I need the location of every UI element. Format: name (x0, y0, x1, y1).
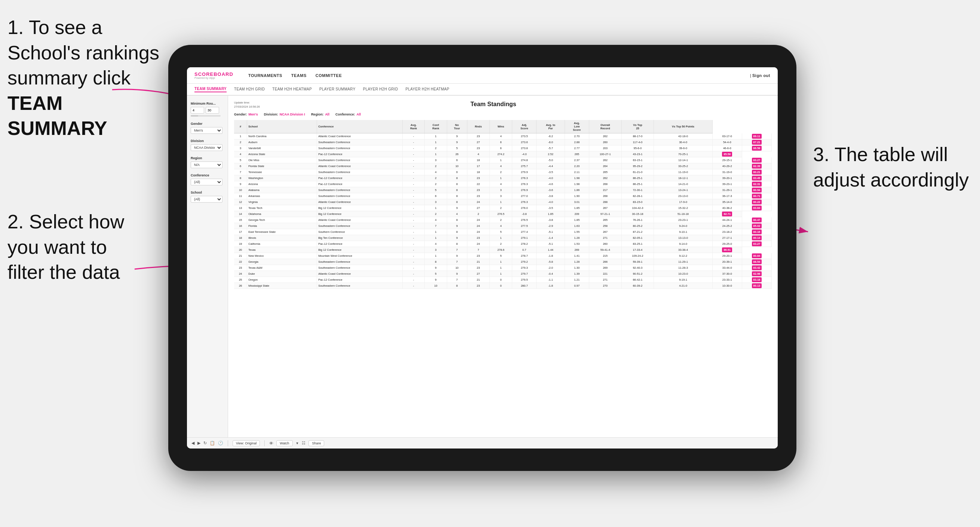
sign-out-button[interactable]: Sign out (752, 73, 770, 78)
view-original-button[interactable]: View: Original (232, 440, 260, 446)
table-cell: -3.8 (536, 193, 565, 199)
table-cell: 262 (589, 175, 621, 181)
table-cell: 51-18-18 (654, 211, 713, 217)
table-cell: 9 (447, 235, 467, 241)
table-cell: -3.5 (536, 205, 565, 211)
table-cell: 92-40-3 (621, 265, 654, 271)
table-cell: 1 (490, 271, 512, 277)
table-cell: 9 (447, 205, 467, 211)
filter-select-school[interactable]: (All) (191, 196, 223, 203)
region-chip: Region: All (311, 113, 329, 116)
toolbar-refresh[interactable]: ↻ (204, 441, 207, 446)
col-avg-to-par: Avg. toPar (536, 120, 565, 133)
table-cell: 6 (490, 145, 512, 151)
table-cell: 2 (467, 211, 490, 217)
table-cell: 18 (467, 169, 490, 175)
table-cell: 23 (467, 193, 490, 199)
subnav-player-h2h-heatmap[interactable]: PLAYER H2H HEATMAP (405, 87, 449, 92)
table-cell: 20 (234, 247, 247, 253)
toolbar-forward[interactable]: ▶ (197, 441, 200, 446)
bottom-toolbar: ◀ ▶ ↻ 📋 🕐 View: Original 👁 Watch ▼ ☷ Sha… (187, 437, 778, 449)
filter-box-min[interactable] (191, 107, 204, 114)
table-cell: 1.28 (565, 259, 589, 265)
table-cell: 8 (447, 217, 467, 223)
toolbar-dropdown[interactable]: ▼ (296, 441, 299, 445)
table-cell: 288 (589, 199, 621, 205)
table-cell: Alabama (247, 187, 317, 193)
table-cell: 4 (447, 211, 467, 217)
toolbar-back[interactable]: ◀ (191, 441, 194, 446)
table-cell: 1.55 (565, 229, 589, 235)
table-cell: 4 (425, 241, 447, 247)
table-cell: 278.7 (512, 253, 536, 259)
table-cell: 87.21 (742, 140, 772, 145)
table-cell: 1 (490, 265, 512, 271)
table-cell: 89.11 (742, 133, 772, 140)
table-cell: 95-6-0 (621, 145, 654, 151)
nav-bar: SCOREBOARD Powered by clippi TOURNAMENTS… (187, 67, 778, 84)
table-cell: 9-10-1 (654, 229, 713, 235)
table-cell: Oklahoma (247, 211, 317, 217)
table-cell: 215 (589, 253, 621, 259)
table-cell: - (402, 145, 425, 151)
subnav-team-summary[interactable]: TEAM SUMMARY (194, 87, 227, 92)
table-cell: Pac-12 Conference (317, 241, 403, 247)
table-cell: 269 (565, 247, 589, 253)
table-cell: Vanderbilt (247, 145, 317, 151)
instruction-2: 2. Select howyou want tofilter the data (8, 209, 124, 285)
watch-button[interactable]: Watch (276, 440, 293, 446)
table-cell: 3 (234, 145, 247, 151)
table-cell: 2 (234, 140, 247, 145)
table-cell: 260 (589, 140, 621, 145)
toolbar-grid[interactable]: ☷ (302, 441, 305, 446)
table-cell: 72-30-1 (621, 187, 654, 193)
filter-select-region[interactable]: N/A (191, 162, 223, 168)
table-cell: 12 (234, 199, 247, 205)
subnav-team-h2h-heatmap[interactable]: TEAM H2H HEATMAP (272, 87, 312, 92)
table-cell: 217 (589, 187, 621, 193)
table-cell: -0.4 (536, 271, 565, 277)
nav-tournaments[interactable]: TOURNAMENTS (248, 73, 282, 78)
table-cell: 5 (490, 229, 512, 235)
col-avg-rank: Avg.Rank (402, 120, 425, 133)
slider-track[interactable] (191, 115, 221, 117)
table-row: 16FloridaSoutheastern Conference-7924427… (234, 223, 772, 229)
table-cell: 4 (490, 181, 512, 187)
table-cell: 3 (425, 199, 447, 205)
table-cell: 6 (234, 163, 247, 169)
table-cell: 271 (589, 277, 621, 283)
col-conference: Conference (317, 120, 403, 133)
share-button[interactable]: Share (309, 440, 324, 446)
subnav-player-h2h-grid[interactable]: PLAYER H2H GRID (363, 87, 398, 92)
table-cell: 82-28-1 (621, 193, 654, 199)
table-cell: -4.0 (536, 199, 565, 205)
table-cell: 270 (589, 283, 621, 289)
subnav-team-h2h-grid[interactable]: TEAM H2H GRID (234, 87, 265, 92)
table-row: 12VirginiaAtlantic Coast Conference-3824… (234, 199, 772, 205)
table-cell: 100-27-1 (589, 151, 621, 157)
tablet-screen: SCOREBOARD Powered by clippi TOURNAMENTS… (187, 67, 778, 449)
table-cell: 4 (467, 151, 490, 157)
table-cell: 268 (589, 193, 621, 199)
nav-committee[interactable]: COMMITTEE (316, 73, 342, 78)
table-cell: 82.31 (742, 181, 772, 187)
table-cell: 2 (490, 205, 512, 211)
filter-select-gender[interactable]: Men's (191, 127, 223, 134)
filter-select-division[interactable]: NCAA Division I (191, 144, 223, 151)
table-cell: 1 (425, 253, 447, 259)
table-cell: 1.85 (565, 205, 589, 211)
filter-group-school: School (All) (191, 190, 224, 203)
toolbar-clock[interactable]: 🕐 (218, 441, 223, 446)
table-cell: Texas Tech (247, 205, 317, 211)
filter-select-conference[interactable]: (All) (191, 179, 223, 186)
toolbar-eye[interactable]: 👁 (269, 441, 273, 446)
toolbar-copy[interactable]: 📋 (210, 441, 215, 446)
table-cell: 4 (425, 217, 447, 223)
table-cell: 14-21-0 (654, 181, 713, 187)
table-cell: 10 (425, 283, 447, 289)
slider-fill (191, 115, 198, 117)
subnav-player-summary[interactable]: PLAYER SUMMARY (319, 87, 356, 92)
filter-box-max[interactable] (206, 107, 219, 114)
nav-teams[interactable]: TEAMS (291, 73, 307, 78)
table-cell: - (402, 241, 425, 247)
